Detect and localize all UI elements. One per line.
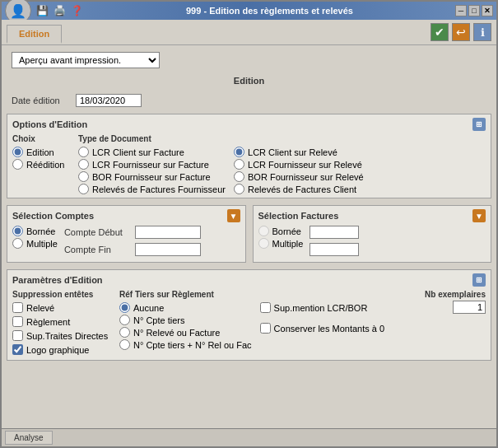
comptes-multiple-radio[interactable] (12, 238, 23, 249)
save-icon[interactable]: 💾 (35, 3, 49, 18)
options-grid: Choix Edition Réédition Type de Document (12, 134, 486, 194)
factures-multiple-row: Multiple (258, 238, 304, 249)
nreleve-label: N° Relevé ou Facture (133, 328, 220, 338)
reglement-check-label: Règlement (26, 317, 70, 327)
params-grid: Suppression entêtes Relevé Règlement Sup… (12, 290, 486, 357)
comptes-multiple-row: Multiple (12, 238, 58, 249)
title-bar: 👤 💾 🖨️ ❓ 999 - Edition des règlements et… (2, 2, 496, 20)
reedition-radio[interactable] (12, 159, 23, 170)
toolbar-icons: 💾 🖨️ ❓ (35, 3, 84, 18)
parametres-icon: ⊞ (472, 273, 486, 287)
compte-fin-input[interactable] (135, 243, 201, 256)
edition-radio-row: Edition (12, 147, 70, 157)
sup-mention-checkbox[interactable] (260, 302, 271, 313)
releve-check-row: Relevé (12, 302, 111, 313)
print-icon[interactable]: 🖨️ (52, 3, 67, 18)
ncpte-row: N° Cpte tiers (119, 315, 252, 325)
reedition-radio-row: Réédition (12, 159, 70, 170)
lcr-fourn-releve-radio[interactable] (234, 159, 244, 170)
ref-tiers-label: Réf Tiers sur Règlement (119, 290, 252, 299)
nb-exemplaires-input[interactable] (453, 301, 486, 314)
lcr-client-releve-radio[interactable] (234, 147, 244, 157)
type-doc-col1-row0: LCR Client sur Facture (78, 147, 226, 157)
reedition-radio-label: Réédition (26, 160, 64, 170)
edition-radio-label: Edition (26, 147, 54, 157)
factures-bornee-col: Bornée Multiple (258, 226, 304, 259)
bottom-tab-bar: Analyse (2, 428, 496, 446)
maximize-button[interactable]: □ (468, 5, 480, 16)
comptes-bornee-col: Bornée Multiple (12, 226, 58, 259)
info-button[interactable]: ℹ (473, 23, 491, 41)
compte-debut-label: Compte Début (64, 227, 130, 237)
ref-tiers-col: Réf Tiers sur Règlement Aucune N° Cpte t… (119, 290, 252, 357)
check-button[interactable]: ✔ (431, 23, 449, 41)
factures-options: Bornée Multiple (258, 226, 486, 259)
nreleve-radio[interactable] (119, 327, 130, 338)
lcr-client-facture-radio[interactable] (78, 147, 89, 157)
factures-val1-input[interactable] (310, 226, 359, 239)
choix-col: Choix Edition Réédition (12, 134, 70, 194)
lcr-fourn-releve-label: LCR Fournisseur sur Relevé (248, 160, 362, 170)
edition-center-label: Edition (7, 74, 491, 87)
sup-traites-check-label: Sup.Traites Directes (26, 331, 108, 341)
selection-factures-header: Sélection Factures ▼ (258, 209, 486, 222)
options-edition-title: Options d'Edition (12, 119, 87, 129)
comptes-options: Bornée Multiple Compte Début (12, 226, 240, 259)
reglement-check-row: Règlement (12, 316, 111, 327)
window-title: 999 - Edition des règlements et relevés (84, 6, 455, 16)
parametres-header: Paramètres d'Edition ⊞ (12, 273, 486, 287)
comptes-bornee-radio[interactable] (12, 226, 23, 236)
releve-client-radio[interactable] (234, 184, 244, 194)
suppr-col: Suppression entêtes Relevé Règlement Sup… (12, 290, 111, 357)
preview-select[interactable]: Aperçu avant impression. (12, 52, 160, 68)
comptes-bornee-row: Bornée (12, 226, 58, 236)
comptes-fields-col: Compte Début Compte Fin (64, 226, 201, 259)
back-button[interactable]: ↩ (452, 23, 470, 41)
conserver-checkbox[interactable] (260, 323, 271, 334)
bor-fourn-facture-radio[interactable] (78, 171, 89, 182)
type-doc-col2: LCR Client sur Relevé LCR Fournisseur su… (234, 134, 365, 194)
ncpterel-label: N° Cpte tiers + N° Rel ou Fac (133, 340, 252, 350)
choix-label: Choix (12, 134, 70, 143)
factures-bornee-radio[interactable] (258, 226, 269, 236)
options-edition-section: Options d'Edition ⊞ Choix Edition Réédit… (7, 114, 491, 198)
date-row: Date édition (7, 91, 491, 110)
selection-comptes-title: Sélection Comptes (12, 211, 94, 221)
minimize-button[interactable]: ─ (455, 5, 467, 16)
comptes-multiple-label: Multiple (26, 239, 58, 249)
edition-radio[interactable] (12, 147, 23, 157)
ncpterel-radio[interactable] (119, 339, 130, 350)
factures-field1-row (310, 226, 359, 239)
logo-checkbox[interactable] (12, 344, 23, 355)
sup-mention-spacer (260, 290, 385, 299)
ncpte-radio[interactable] (119, 315, 130, 325)
releve-checkbox[interactable] (12, 302, 23, 313)
tab-edition[interactable]: Edition (7, 25, 62, 44)
sup-traites-check-row: Sup.Traites Directes (12, 330, 111, 341)
compte-fin-label: Compte Fin (64, 245, 130, 254)
factures-filter-icon[interactable]: ▼ (472, 209, 486, 222)
bottom-tab-analyse[interactable]: Analyse (5, 431, 53, 445)
factures-val2-input[interactable] (310, 243, 359, 256)
compte-debut-input[interactable] (135, 226, 201, 239)
reglement-checkbox[interactable] (12, 316, 23, 327)
date-label: Date édition (12, 96, 69, 105)
lcr-fourn-facture-label: LCR Fournisseur sur Facture (92, 160, 209, 170)
comptes-filter-icon[interactable]: ▼ (227, 209, 240, 222)
type-doc-col2-row1: LCR Fournisseur sur Relevé (234, 159, 365, 170)
close-button[interactable]: ✕ (482, 5, 493, 16)
parametres-title: Paramètres d'Edition (12, 275, 103, 285)
sup-traites-checkbox[interactable] (12, 330, 23, 341)
factures-multiple-radio[interactable] (258, 238, 269, 249)
date-input[interactable] (76, 94, 142, 107)
type-doc-label: Type de Document (78, 134, 226, 143)
nb-exemplaires-box: Nb exemplaires (425, 290, 486, 357)
suppr-label: Suppression entêtes (12, 290, 111, 299)
aucune-radio[interactable] (119, 302, 130, 313)
lcr-fourn-facture-radio[interactable] (78, 159, 89, 170)
help-icon[interactable]: ❓ (69, 3, 84, 18)
releve-fourn-radio[interactable] (78, 184, 89, 194)
bor-fourn-releve-radio[interactable] (234, 171, 244, 182)
factures-bornee-label: Bornée (272, 226, 301, 236)
nreleve-row: N° Relevé ou Facture (119, 327, 252, 338)
